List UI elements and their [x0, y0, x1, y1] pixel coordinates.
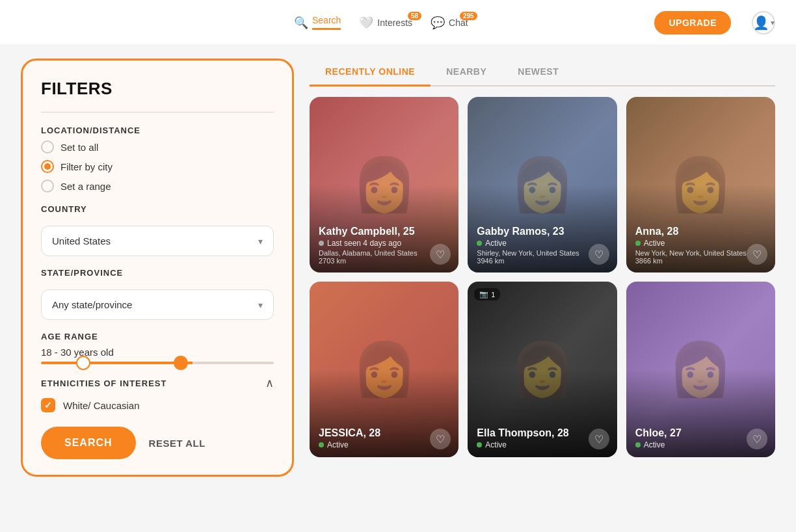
filter-panel: FILTERS LOCATION/DISTANCE Set to all Fil…	[21, 59, 294, 477]
main-layout: FILTERS LOCATION/DISTANCE Set to all Fil…	[0, 46, 796, 532]
nav-interests[interactable]: 🤍 58 Interests	[359, 16, 412, 30]
checkbox-white-caucasian: ✓	[41, 398, 55, 412]
upgrade-button[interactable]: UPGRADE	[654, 11, 731, 34]
profile-info-1: Kathy Campbell, 25 Last seen 4 days ago …	[319, 226, 432, 265]
profile-info-3: Anna, 28 Active New York, New York, Unit…	[635, 226, 749, 265]
radio-set-range[interactable]: Set a range	[41, 180, 274, 193]
profile-distance-3: 3866 km	[635, 257, 749, 265]
profile-status-2: Active	[477, 239, 590, 248]
interests-badge: 58	[408, 12, 421, 20]
profile-status-3: Active	[635, 239, 749, 248]
status-dot-3	[635, 241, 641, 246]
tab-recently-online[interactable]: RECENTLY ONLINE	[310, 59, 431, 86]
profile-name-6: Chloe, 27	[635, 427, 749, 439]
profile-card-3[interactable]: 👩 Anna, 28 Active New York, New York, Un…	[626, 97, 775, 273]
radio-circle-set-all	[41, 140, 54, 153]
status-dot-6	[635, 442, 641, 447]
age-range-slider[interactable]	[41, 362, 274, 364]
profile-location-3: New York, New York, United States	[635, 249, 749, 257]
profile-name-5: Ella Thompson, 28	[477, 427, 590, 439]
radio-circle-set-range	[41, 180, 54, 193]
search-icon: 🔍	[294, 16, 308, 30]
profile-status-6: Active	[635, 440, 749, 449]
chevron-down-icon: ▾	[258, 236, 263, 246]
ethnicity-white-caucasian[interactable]: ✓ White/ Caucasian	[41, 398, 274, 412]
profile-name-1: Kathy Campbell, 25	[319, 226, 432, 237]
photo-count-badge-5: 📷 1	[474, 288, 500, 300]
reset-button[interactable]: RESET ALL	[149, 438, 206, 449]
profile-card-1[interactable]: 👩 Kathy Campbell, 25 Last seen 4 days ag…	[310, 97, 458, 273]
age-range-section: AGE RANGE 18 - 30 years old	[41, 332, 274, 364]
country-value: United States	[52, 235, 111, 246]
profile-name-3: Anna, 28	[635, 226, 749, 237]
state-section: STATE/PROVINCE Any state/province ▾	[41, 268, 274, 320]
avatar[interactable]: 👤 ▾	[752, 11, 775, 34]
profile-status-1: Last seen 4 days ago	[319, 239, 432, 248]
age-range-label: AGE RANGE	[41, 332, 274, 341]
heart-button-3[interactable]: ♡	[747, 244, 767, 265]
profile-location-1: Dallas, Alabama, United States	[319, 249, 432, 257]
profile-info-4: JESSICA, 28 Active	[319, 427, 432, 449]
slider-thumb-right[interactable]	[174, 356, 188, 370]
profile-card-4[interactable]: 👩 JESSICA, 28 Active ♡	[310, 282, 458, 457]
checkmark-icon: ✓	[44, 400, 52, 410]
chevron-down-icon: ▾	[771, 18, 775, 27]
profile-status-4: Active	[319, 440, 432, 449]
filter-actions: SEARCH RESET ALL	[41, 427, 274, 459]
ethnicity-label-white-caucasian: White/ Caucasian	[63, 400, 140, 411]
search-icon-wrap: 🔍 Search	[294, 15, 341, 30]
content-tabs: RECENTLY ONLINE NEARBY NEWEST	[310, 59, 775, 86]
filter-divider	[41, 112, 274, 113]
profile-name-2: Gabby Ramos, 23	[477, 226, 590, 237]
chat-icon-wrap: 💬 295 Chat	[431, 16, 468, 30]
location-section: LOCATION/DISTANCE Set to all Filter by c…	[41, 126, 274, 193]
status-dot-1	[319, 241, 324, 246]
tab-newest[interactable]: NEWEST	[502, 59, 574, 86]
profile-info-2: Gabby Ramos, 23 Active Shirley, New York…	[477, 226, 590, 265]
chevron-down-icon: ▾	[258, 300, 263, 310]
radio-group: Set to all Filter by city Set a range	[41, 140, 274, 193]
radio-label-set-all: Set to all	[60, 142, 98, 153]
profile-location-2: Shirley, New York, United States	[477, 249, 590, 257]
radio-label-set-range: Set a range	[60, 181, 111, 192]
status-dot-5	[477, 442, 482, 447]
age-range-value: 18 - 30 years old	[41, 347, 274, 358]
camera-icon: 📷	[479, 290, 488, 299]
chat-icon: 💬	[431, 16, 445, 30]
profile-info-6: Chloe, 27 Active	[635, 427, 749, 449]
status-dot-2	[477, 241, 482, 246]
nav-chat[interactable]: 💬 295 Chat	[431, 16, 468, 30]
state-value: Any state/province	[52, 299, 132, 310]
collapse-icon: ∧	[265, 376, 274, 390]
state-label: STATE/PROVINCE	[41, 268, 274, 278]
radio-filter-city[interactable]: Filter by city	[41, 160, 274, 173]
country-section: COUNTRY United States ▾	[41, 204, 274, 256]
ethnicities-header[interactable]: ETHNICITIES OF INTEREST ∧	[41, 376, 274, 390]
profile-card-6[interactable]: 👩 Chloe, 27 Active ♡	[626, 282, 775, 457]
filter-title: FILTERS	[41, 79, 274, 99]
profile-distance-1: 2703 km	[319, 257, 432, 265]
ethnicities-list: ✓ White/ Caucasian	[41, 398, 274, 412]
country-dropdown[interactable]: United States ▾	[41, 226, 274, 256]
ethnicities-section: ETHNICITIES OF INTEREST ∧ ✓ White/ Cauca…	[41, 376, 274, 412]
avatar-icon: 👤	[753, 15, 769, 31]
profile-info-5: Ella Thompson, 28 Active	[477, 427, 590, 449]
status-dot-4	[319, 442, 324, 447]
nav-search[interactable]: 🔍 Search	[294, 15, 341, 30]
profile-status-5: Active	[477, 440, 590, 449]
slider-thumb-left[interactable]	[76, 356, 90, 370]
location-label: LOCATION/DISTANCE	[41, 126, 274, 135]
interests-icon-wrap: 🤍 58 Interests	[359, 16, 412, 30]
heart-button-2[interactable]: ♡	[589, 244, 609, 265]
content-area: RECENTLY ONLINE NEARBY NEWEST 👩 Kathy Ca…	[310, 59, 775, 519]
tab-nearby[interactable]: NEARBY	[431, 59, 502, 86]
state-dropdown[interactable]: Any state/province ▾	[41, 289, 274, 320]
ethnicities-label: ETHNICITIES OF INTEREST	[41, 379, 166, 388]
heart-button-6[interactable]: ♡	[747, 429, 767, 449]
heart-button-5[interactable]: ♡	[589, 429, 609, 449]
search-button[interactable]: SEARCH	[41, 427, 136, 459]
profile-grid: 👩 Kathy Campbell, 25 Last seen 4 days ag…	[310, 97, 775, 457]
profile-card-5[interactable]: 👩 📷 1 Ella Thompson, 28 Active ♡	[468, 282, 617, 457]
profile-card-2[interactable]: 👩 Gabby Ramos, 23 Active Shirley, New Yo…	[468, 97, 617, 273]
radio-set-all[interactable]: Set to all	[41, 140, 274, 153]
